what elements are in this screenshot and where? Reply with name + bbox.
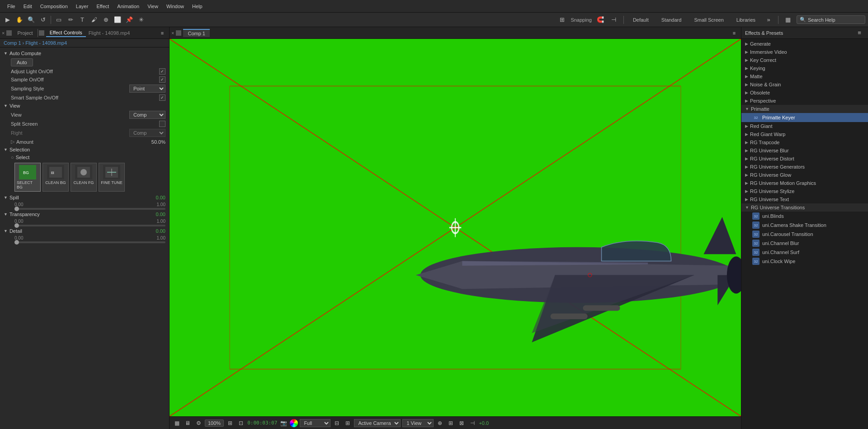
more-workspaces[interactable]: »	[764, 15, 774, 25]
cat-rg-universe-stylize[interactable]: ▶ RG Universe Stylize	[741, 187, 868, 195]
viewer-monitor-icon[interactable]: 🖥	[183, 419, 192, 428]
cat-rg-universe-gen[interactable]: ▶ RG Universe Generators	[741, 163, 868, 171]
snapping-icon[interactable]: ⊞	[557, 15, 567, 25]
effect-uni-channel-blur[interactable]: 32 uni.Channel Blur	[741, 239, 868, 248]
viewer-crop-icon[interactable]: ⊡	[236, 419, 245, 428]
breadcrumb-link[interactable]: Comp 1 › Flight - 14098.mp4	[4, 40, 67, 46]
cat-rg-universe-distort[interactable]: ▶ RG Universe Distort	[741, 155, 868, 163]
clean-fg-btn[interactable]: CLEAN FG	[71, 163, 97, 192]
fine-tune-btn[interactable]: FINE TUNE	[99, 163, 125, 192]
viewer-fit-icon[interactable]: ⊞	[226, 419, 235, 428]
tool-stamp[interactable]: ⊕	[101, 15, 111, 25]
menu-effect[interactable]: Effect	[93, 3, 113, 10]
viewer-split-icon[interactable]: ⊟	[332, 419, 341, 428]
menu-edit[interactable]: Edit	[20, 3, 36, 10]
viewer-grid-icon[interactable]: ▦	[172, 419, 181, 428]
close-project[interactable]: ×	[2, 30, 5, 36]
comp-tab-1[interactable]: Comp 1	[183, 29, 210, 37]
workspace-default[interactable]: Default	[628, 16, 653, 24]
menu-animation[interactable]: Animation	[113, 3, 143, 10]
spill-slider[interactable]: 0.00 1.00	[14, 202, 165, 210]
close-comp-icon[interactable]: ×	[171, 30, 174, 36]
menu-file[interactable]: File	[4, 3, 19, 10]
viewer-ruler-icon[interactable]: ⊣	[468, 419, 477, 428]
effect-uni-channel-surf[interactable]: 32 uni.Channel Surf	[741, 248, 868, 257]
viewer-overlay-icon[interactable]: ⊠	[457, 419, 466, 428]
smart-sample-checkbox[interactable]	[159, 94, 165, 101]
cat-perspective[interactable]: ▶ Perspective	[741, 97, 868, 105]
effect-uni-carousel[interactable]: 32 uni.Carousel Transition	[741, 230, 868, 239]
view-section-header[interactable]: ▼ View	[0, 102, 169, 110]
tab-project[interactable]: Project	[14, 29, 36, 37]
view-select[interactable]: Comp Alpha	[129, 111, 165, 119]
tool-rectangle[interactable]: ▭	[54, 15, 64, 25]
cat-matte[interactable]: ▶ Matte	[741, 72, 868, 80]
detail-thumb[interactable]	[14, 240, 19, 245]
zoom-button[interactable]: 100%	[205, 420, 224, 427]
tool-rotate[interactable]: ↺	[38, 15, 48, 25]
clean-bg-btn[interactable]: 🖼 CLEAN BG	[42, 163, 69, 192]
color-wheel[interactable]	[290, 419, 298, 427]
viewer-settings-icon[interactable]: ⚙	[194, 419, 203, 428]
menu-layer[interactable]: Layer	[72, 3, 92, 10]
detail-header[interactable]: ▼ Detail 0.00	[0, 227, 169, 235]
transparency-slider[interactable]: 0.00 1.00	[14, 219, 165, 226]
search-input[interactable]	[808, 17, 862, 23]
cat-key-correct[interactable]: ▶ Key Correct	[741, 56, 868, 64]
split-screen-checkbox[interactable]	[159, 121, 165, 127]
spill-thumb[interactable]	[14, 207, 19, 211]
cat-immersive[interactable]: ▶ Immersive Video	[741, 48, 868, 56]
effect-uni-camera-shake[interactable]: 32 uni.Camera Shake Transition	[741, 221, 868, 230]
menu-composition[interactable]: Composition	[37, 3, 71, 10]
tool-eraser[interactable]: ⬜	[113, 15, 123, 25]
cat-rg-universe-text[interactable]: ▶ RG Universe Text	[741, 195, 868, 203]
cat-keying[interactable]: ▶ Keying	[741, 64, 868, 72]
spill-header[interactable]: ▼ Spill 0.00	[0, 193, 169, 202]
tool-hand[interactable]: ✋	[14, 15, 24, 25]
quality-select[interactable]: Full Half Quarter	[300, 419, 330, 427]
cat-generate[interactable]: ▶ Generate	[741, 40, 868, 48]
tool-arrow[interactable]: ▶	[3, 15, 13, 25]
sampling-style-select[interactable]: Point Area	[129, 85, 165, 93]
right-select[interactable]: Comp	[129, 129, 165, 137]
viewer-safe-icon[interactable]: ⊕	[435, 419, 444, 428]
auto-button[interactable]: Auto	[11, 58, 33, 66]
tool-text[interactable]: T	[77, 15, 87, 25]
effect-primatte-keyer[interactable]: 32 Primatte Keyer	[741, 113, 868, 122]
menu-help[interactable]: Help	[189, 3, 206, 10]
cat-rg-universe-trans[interactable]: ▼ RG Universe Transitions	[741, 203, 868, 212]
effects-menu-icon[interactable]: ≡	[854, 28, 864, 38]
cat-red-giant-warp[interactable]: ▶ Red Giant Warp	[741, 130, 868, 138]
effect-uni-blinds[interactable]: 32 uni.Blinds	[741, 212, 868, 221]
viewer-expand-icon[interactable]: ⊞	[343, 419, 352, 428]
viewer-grid2-icon[interactable]: ⊞	[446, 419, 455, 428]
cat-rg-universe-glow[interactable]: ▶ RG Universe Glow	[741, 171, 868, 179]
menu-view[interactable]: View	[144, 3, 162, 10]
cat-noise[interactable]: ▶ Noise & Grain	[741, 80, 868, 89]
viewer-camera-icon[interactable]: 📷	[279, 419, 288, 428]
distribute-icon[interactable]: ⊣	[609, 15, 619, 25]
camera-select[interactable]: Active Camera	[354, 419, 401, 427]
adjust-light-checkbox[interactable]	[159, 68, 165, 75]
cat-primatte[interactable]: ▼ Primatte	[741, 105, 868, 113]
sample-onoff-checkbox[interactable]	[159, 76, 165, 83]
workspace-libraries[interactable]: Libraries	[732, 16, 760, 24]
view-count-select[interactable]: 1 View 2 Views 4 Views	[402, 419, 434, 427]
cat-rg-universe-blur[interactable]: ▶ RG Universe Blur	[741, 146, 868, 155]
grid-icon[interactable]: ▦	[783, 15, 793, 25]
spill-track[interactable]	[14, 208, 165, 210]
cat-rg-trapcode[interactable]: ▶ RG Trapcode	[741, 138, 868, 146]
trans-thumb[interactable]	[14, 223, 19, 228]
select-bg-btn[interactable]: BG SELECT BG	[14, 163, 41, 192]
comp-panel-menu[interactable]: ≡	[729, 28, 739, 38]
transparency-header[interactable]: ▼ Transparency 0.00	[0, 210, 169, 218]
trans-track[interactable]	[14, 225, 165, 226]
tool-brush[interactable]: 🖌	[89, 15, 99, 25]
tab-effect-controls[interactable]: Effect Controls	[46, 29, 86, 37]
cat-rg-universe-motion[interactable]: ▶ RG Universe Motion Graphics	[741, 179, 868, 187]
tool-zoom[interactable]: 🔍	[26, 15, 36, 25]
cat-obsolete[interactable]: ▶ Obsolete	[741, 89, 868, 97]
auto-compute-header[interactable]: ▼ Auto Compute	[0, 49, 169, 57]
tool-pin[interactable]: 📌	[124, 15, 134, 25]
detail-slider[interactable]: 0.00 1.00	[14, 236, 165, 243]
